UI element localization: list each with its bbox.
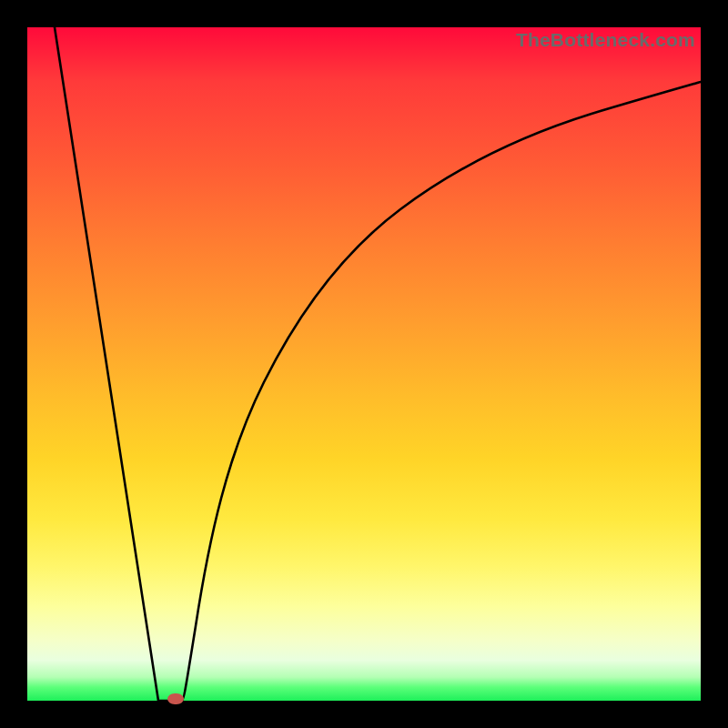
bottleneck-curve (27, 27, 701, 701)
chart-frame: TheBottleneck.com (0, 0, 728, 728)
plot-area: TheBottleneck.com (27, 27, 701, 701)
curve-path (55, 27, 701, 701)
watermark-text: TheBottleneck.com (516, 29, 695, 51)
optimum-marker (167, 693, 184, 704)
